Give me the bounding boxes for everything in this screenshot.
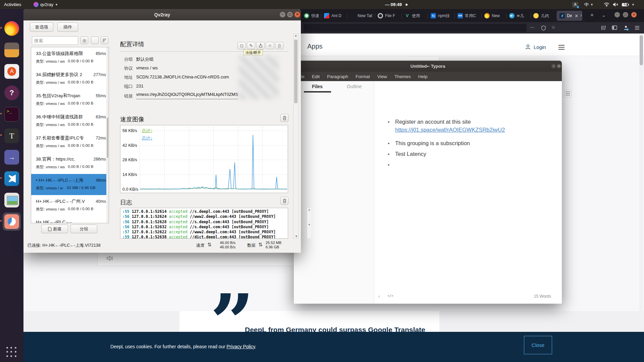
menu-hamburger-icon[interactable]: [635, 26, 640, 30]
server-list-item[interactable]: 34.捐赠解锁更多协议 2277ms类型: vmess / ws0.00 B /…: [31, 68, 109, 89]
server-list-item[interactable]: 35.包括V2ray和Trojan55ms类型: vmess / ws0.00 …: [31, 89, 109, 111]
share-link-field[interactable]: vmess://eyJhZGQiOiJTQ0ROLjcyMTM4LkpNT0ZM…: [136, 92, 238, 99]
typora-minimize-button[interactable]: −: [551, 64, 556, 68]
plugins-button[interactable]: 插件: [57, 22, 78, 32]
browser-tab-New[interactable]: New: [482, 11, 506, 21]
delete-config-button[interactable]: [275, 42, 283, 49]
library-icon[interactable]: [601, 25, 606, 30]
account-icon[interactable]: [623, 25, 629, 31]
new-server-button[interactable]: 新建: [41, 225, 68, 233]
panel-scrollbar[interactable]: ▲▼: [293, 34, 299, 239]
clear-log-button[interactable]: [280, 197, 288, 205]
bullet-item[interactable]: •This grouping is a subscription: [395, 140, 470, 146]
bullet-item[interactable]: •Register an account at this sitehttps:/…: [395, 119, 505, 133]
preferences-button[interactable]: 首选项: [30, 22, 53, 32]
menu-format[interactable]: Format: [356, 74, 370, 79]
browser-tab-npm挂[interactable]: 知npm挂: [428, 11, 455, 21]
menu-paragraph[interactable]: Paragraph: [327, 74, 348, 79]
sort-button[interactable]: [101, 37, 108, 44]
browser-tab-De[interactable]: dDe✕: [557, 11, 582, 21]
scrollbar-thumb[interactable]: [640, 35, 643, 65]
qv2ray-title-bar[interactable]: Qv2ray − ◻ ✕: [23, 9, 301, 20]
browser-tab-几鸡[interactable]: 几鸡: [531, 11, 557, 21]
tab-close-icon[interactable]: ✕: [575, 13, 578, 18]
browser-tab-常用C[interactable]: EB常用C: [455, 11, 482, 21]
server-list-item[interactable]: H+.HK←-IPLC←-广州.V40ms类型: vmess / ws0.00 …: [31, 195, 109, 216]
tab-scroll-right-icon[interactable]: ›: [580, 12, 582, 18]
blank-toolbar-button[interactable]: [91, 37, 99, 44]
new-tab-button[interactable]: +: [590, 12, 594, 18]
server-list-item[interactable]: 37.长期套餐覆盖IPLC专72ms类型: vmess / ws0.00 B /…: [31, 132, 109, 153]
tab-outline[interactable]: Outline: [347, 84, 362, 89]
dock-item-image-viewer-icon[interactable]: [3, 191, 21, 209]
server-list[interactable]: 33.公益等级線路嚴格限65ms类型: vmess / ws0.00 B / 0…: [31, 47, 109, 223]
source-code-icon[interactable]: </>: [387, 294, 393, 298]
system-status-area[interactable]: ϟ ▼: [604, 0, 635, 9]
log-output[interactable]: :55 127.0.0.1:52614 accepted //s.deepl.c…: [120, 208, 288, 239]
bullet-item[interactable]: •Test Latency: [395, 151, 426, 157]
browser-tab-New Tab[interactable]: New Tab: [347, 11, 375, 21]
clear-graph-button[interactable]: [280, 114, 288, 122]
dock-item-files-icon[interactable]: [3, 41, 21, 59]
browser-tab-使用[interactable]: V使用: [402, 11, 428, 21]
clock[interactable]: — 09:49: [385, 0, 408, 9]
typora-title-bar[interactable]: Untitled•- Typora − ◻ ✕: [294, 61, 562, 72]
firefox-close-button[interactable]: ✕: [631, 12, 637, 17]
menu-help[interactable]: Help: [418, 74, 428, 79]
legend-total-down[interactable]: 总计↓: [142, 135, 152, 141]
legend-total-up[interactable]: 总计↑: [142, 128, 152, 134]
dock-item-qv2ray-icon[interactable]: [3, 213, 21, 231]
browser-tab-File F[interactable]: File F: [375, 11, 402, 21]
server-list-item[interactable]: 33.公益等级線路嚴格限65ms类型: vmess / ws0.00 B / 0…: [31, 47, 109, 68]
menu-themes[interactable]: Themes: [394, 74, 411, 79]
dock-item-terminal-icon[interactable]: [3, 105, 21, 123]
tab-list-dropdown-icon[interactable]: ⌄: [602, 12, 606, 18]
floating-menu-widget[interactable]: [564, 90, 572, 97]
bookmark-star-icon[interactable]: ☆: [551, 25, 555, 30]
server-list-item[interactable]: • H+.HK←-IPLC←-上海48ms类型: vmess / w.52 MB…: [31, 174, 109, 195]
typora-maximize-button[interactable]: ◻: [557, 64, 561, 68]
dock-item-firefox-icon[interactable]: [3, 19, 21, 38]
deepl-menu-icon[interactable]: [558, 45, 565, 51]
tab-files[interactable]: Files: [312, 84, 323, 89]
browser-tab-Ant D[interactable]: Ant D: [321, 11, 347, 21]
edit-config-button[interactable]: ✎: [247, 42, 255, 49]
page-actions-icon[interactable]: ⋯: [530, 25, 534, 30]
speaker-icon[interactable]: [107, 256, 113, 261]
qv2ray-close-button[interactable]: ✕: [294, 12, 300, 17]
privacy-policy-link[interactable]: Privacy Policy: [226, 344, 255, 349]
bullet-link[interactable]: https://j01.space/waf/rAOIEGWKZSRb2iwU2: [395, 127, 505, 133]
qv2ray-maximize-button[interactable]: ◻: [287, 12, 293, 17]
page-scrollbar[interactable]: [639, 34, 643, 332]
server-list-item[interactable]: 36.中继中转隧道线路群63ms类型: vmess / ws0.00 B / 0…: [31, 111, 109, 132]
share-config-button[interactable]: [256, 42, 265, 49]
scrollbar-thumb[interactable]: [294, 40, 298, 103]
dock-item-help-icon[interactable]: [3, 84, 21, 102]
input-method-indicator[interactable]: 中 ▼: [584, 0, 593, 9]
browser-tab-≋几[interactable]: ≋几: [506, 11, 531, 21]
server-list-item[interactable]: 38.官网：https://cc.266ms类型: vmess / ws0.00…: [31, 153, 109, 174]
scrollbar-thumb[interactable]: [107, 118, 108, 158]
dock-item-typora-icon[interactable]: [3, 127, 21, 145]
location-pin-button[interactable]: ◎: [80, 37, 88, 44]
word-count[interactable]: 15 Words: [534, 294, 551, 299]
dock-item-vscode-icon[interactable]: [3, 170, 21, 188]
qv2ray-minimize-button[interactable]: −: [280, 12, 285, 17]
menu-edit[interactable]: Edit: [312, 74, 320, 79]
show-applications-icon[interactable]: [6, 347, 17, 358]
screenshot-indicator[interactable]: A: [572, 0, 578, 9]
connect-disconnect-button[interactable]: ◻: [237, 42, 246, 49]
shield-icon[interactable]: [541, 25, 546, 31]
search-input[interactable]: [32, 36, 78, 45]
group-button[interactable]: 分组: [70, 225, 97, 233]
log-scrollbar[interactable]: ▲▼: [307, 208, 311, 238]
login-button[interactable]: Login: [525, 44, 546, 50]
cookie-close-button[interactable]: Close: [524, 336, 552, 354]
activities-button[interactable]: Activities: [4, 0, 21, 9]
menu-view[interactable]: View: [377, 74, 387, 79]
firefox-minimize-button[interactable]: −: [614, 12, 620, 17]
typora-editor[interactable]: •Register an account at this sitehttps:/…: [375, 81, 562, 304]
back-icon[interactable]: ‹: [378, 294, 380, 299]
sidebar-toggle-icon[interactable]: [612, 25, 617, 30]
dock-item-ubuntu-software-icon[interactable]: [3, 62, 21, 80]
